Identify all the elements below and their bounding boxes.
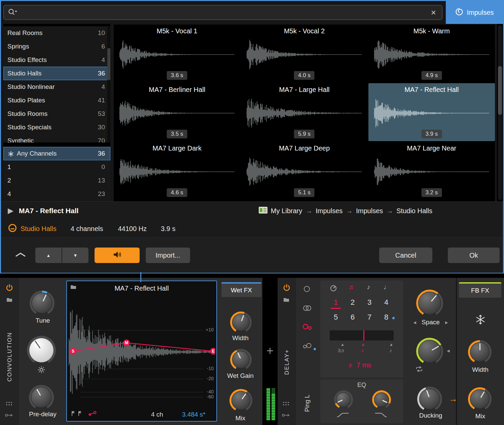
wet-mix-knob[interactable] <box>229 389 252 412</box>
delay-mode-pingpong-icon-active[interactable] <box>302 324 312 332</box>
plus-minus-offset-icon[interactable]: ± <box>349 361 352 369</box>
import-button[interactable]: Import... <box>146 248 190 263</box>
category-item[interactable]: Springs6 <box>3 40 110 53</box>
feedback-knob[interactable] <box>416 338 443 365</box>
delay-mode-stereo-icon[interactable] <box>302 305 312 313</box>
marker-triangle-icon[interactable]: ▲ <box>389 342 393 347</box>
breadcrumb-item[interactable]: Impulses <box>316 207 343 215</box>
step-button[interactable]: 4 <box>381 298 391 307</box>
time-offset-slider-handle[interactable] <box>363 330 364 340</box>
marker-flag-icon[interactable] <box>71 411 76 418</box>
selected-category[interactable]: Studio Halls <box>21 225 57 233</box>
breadcrumb-item[interactable]: Impulses <box>356 207 383 215</box>
envelope-start-node[interactable]: S <box>72 349 74 354</box>
impulse-tile[interactable]: MA7 Large Dark4.6 s <box>114 142 240 200</box>
add-device-plus-icon[interactable]: + <box>262 344 278 358</box>
tune-knob[interactable] <box>30 291 55 316</box>
impulse-tile[interactable]: MA7 Large Near3.2 s <box>368 142 495 200</box>
category-scrollbar[interactable] <box>107 26 110 142</box>
free-rate-dial-icon[interactable] <box>330 285 337 293</box>
impulse-tile[interactable]: MA7 Large Deep5.1 s <box>241 142 367 200</box>
step-button[interactable]: 5 <box>331 313 341 322</box>
ducking-knob[interactable] <box>417 387 442 412</box>
right-arrow-icon[interactable]: ▸ <box>445 319 448 326</box>
convolution-device-title[interactable]: CONVOLUTION <box>5 318 15 396</box>
step-button[interactable]: 7 <box>364 313 374 322</box>
play-icon[interactable]: ▶ <box>8 206 13 215</box>
wet-width-knob[interactable] <box>230 312 252 333</box>
category-scrollbar-thumb[interactable] <box>107 48 110 80</box>
envelope-mid-node[interactable]: M <box>125 340 128 345</box>
search-input[interactable] <box>20 8 429 17</box>
impulse-tile[interactable]: M5k - Vocal 13.6 s <box>114 25 240 83</box>
breadcrumb-item[interactable]: My Library <box>271 207 302 215</box>
category-item[interactable]: Studio Effects4 <box>3 53 110 67</box>
category-item[interactable]: Studio Specials30 <box>3 121 110 134</box>
convolution-preset-folder-icon[interactable] <box>6 297 12 303</box>
left-arrow-icon[interactable]: ◂ <box>413 319 417 326</box>
category-item[interactable]: Synthetic70 <box>3 134 110 142</box>
damping-knob[interactable] <box>27 336 56 365</box>
envelope-end-node[interactable]: E <box>212 349 215 354</box>
note-sixteenth-icon[interactable]: ♬ <box>349 283 355 291</box>
wet-gain-knob[interactable] <box>230 349 252 370</box>
marker-flag-icon[interactable] <box>78 411 82 418</box>
marker-triangle-icon-active[interactable]: ▲ <box>361 342 365 347</box>
impulse-display[interactable]: MA7 - Reflect Hall S M E +10 -10 -20 -40… <box>66 281 217 422</box>
fb-mix-knob[interactable] <box>468 387 492 411</box>
step-button-active[interactable]: 1 <box>331 298 341 309</box>
space-knob[interactable] <box>416 290 443 317</box>
grid-scrollbar-thumb[interactable] <box>498 66 502 115</box>
delay-time-value[interactable]: 7 ms <box>357 361 371 369</box>
category-item[interactable]: Studio Nonlinear4 <box>3 80 110 94</box>
impulse-tile[interactable]: M5k - Vocal 24.0 s <box>241 25 367 83</box>
convolution-routing-icon[interactable] <box>5 413 14 419</box>
delay-mode-mono-icon[interactable] <box>303 285 311 294</box>
channels-item[interactable]: 423 <box>3 187 110 201</box>
time-offset-slider[interactable] <box>330 330 394 340</box>
category-item-selected[interactable]: Studio Halls36 <box>3 67 110 80</box>
delay-preset-folder-icon[interactable] <box>283 297 289 303</box>
note-eighth-icon[interactable]: ♪ <box>367 283 370 291</box>
marker-triangle-icon[interactable]: ▲ <box>340 342 345 347</box>
next-item-button[interactable]: ▼ <box>62 248 88 263</box>
note-quarter-icon[interactable]: ♩ <box>384 283 390 291</box>
pre-delay-knob[interactable] <box>29 385 54 410</box>
delay-routing-icon[interactable] <box>282 413 291 419</box>
impulse-tile[interactable]: M5k - Warm4.9 s <box>368 25 495 83</box>
collapse-chevron-icon[interactable] <box>14 251 27 259</box>
fb-width-knob[interactable] <box>468 340 492 364</box>
left-arrow-icon[interactable]: ◂ <box>447 347 450 354</box>
eq-low-cut-knob[interactable] <box>334 390 353 409</box>
step-button[interactable]: 8 <box>381 313 391 322</box>
previous-item-button[interactable]: ▲ <box>35 248 62 263</box>
modulation-route-icon[interactable] <box>88 411 97 418</box>
search-bar[interactable]: × <box>3 5 442 20</box>
cancel-button[interactable]: Cancel <box>379 248 432 263</box>
step-button[interactable]: 3 <box>364 298 374 307</box>
clear-search-icon[interactable]: × <box>429 7 438 18</box>
envelope-curve[interactable]: S M E <box>68 296 215 408</box>
step-button[interactable]: 2 <box>348 298 358 307</box>
wet-fx-header[interactable]: Wet FX <box>221 282 261 297</box>
loop-feedback-icon[interactable] <box>415 366 424 373</box>
breadcrumb-item[interactable]: Studio Halls <box>396 207 432 215</box>
tab-impulses[interactable]: Impulses <box>446 1 503 24</box>
delay-device-title[interactable]: DELAY+ <box>282 328 292 396</box>
step-button[interactable]: 6 <box>348 313 358 322</box>
impulse-tile[interactable]: MA7 - Berliner Hall3.5 s <box>114 83 240 141</box>
channels-item-selected[interactable]: ∗Any Channels36 <box>3 147 110 160</box>
eq-high-cut-knob[interactable] <box>372 390 391 409</box>
fb-fx-header[interactable]: FB FX <box>459 282 501 298</box>
impulse-tile-selected[interactable]: MA7 - Reflect Hall3.9 s <box>368 83 495 141</box>
channels-item[interactable]: 213 <box>3 174 110 187</box>
grid-scrollbar[interactable] <box>497 24 503 201</box>
category-item[interactable]: Real Rooms10 <box>3 26 110 40</box>
category-item[interactable]: Studio Plates41 <box>3 94 110 107</box>
ok-button[interactable]: Ok <box>448 248 500 263</box>
convolution-power-icon[interactable] <box>5 284 13 293</box>
delay-power-icon[interactable] <box>283 284 291 293</box>
audition-button[interactable] <box>95 248 140 263</box>
category-item[interactable]: Studio Rooms53 <box>3 107 110 121</box>
impulse-tile[interactable]: MA7 - Large Hall5.9 s <box>241 83 367 141</box>
